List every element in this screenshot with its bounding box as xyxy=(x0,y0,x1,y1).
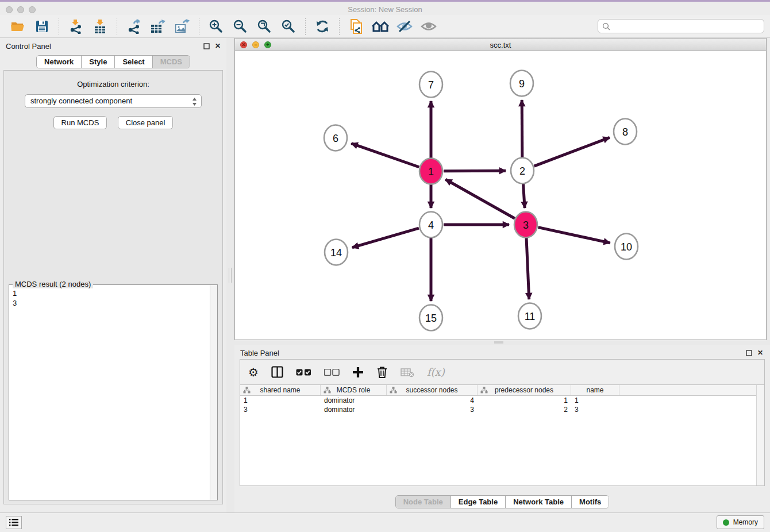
network-window: ✕ − + scc.txt 7968124314101511 xyxy=(234,38,767,340)
edge-3-1[interactable] xyxy=(445,179,515,218)
show-details-icon[interactable] xyxy=(420,18,437,35)
edge-3-10[interactable] xyxy=(538,228,610,243)
column-header-shared-name[interactable]: shared name xyxy=(240,385,321,395)
edge-1-2[interactable] xyxy=(444,171,506,171)
zoom-in-icon[interactable] xyxy=(207,18,225,35)
node-11[interactable]: 11 xyxy=(518,303,541,329)
node-14[interactable]: 14 xyxy=(325,240,348,265)
tab-motifs[interactable]: Motifs xyxy=(571,496,609,508)
node-4[interactable]: 4 xyxy=(419,212,442,238)
node-1[interactable]: 1 xyxy=(419,159,442,184)
edge-2-8[interactable] xyxy=(534,137,610,166)
edge-2-3[interactable] xyxy=(523,183,525,208)
float-table-panel-icon[interactable] xyxy=(745,349,753,357)
zoom-selected-icon[interactable] xyxy=(280,18,297,35)
table-scrollbar[interactable] xyxy=(756,385,764,485)
open-session-icon[interactable] xyxy=(9,18,26,35)
create-column-icon[interactable] xyxy=(352,367,364,378)
mcds-result-text[interactable]: 13 xyxy=(9,286,209,500)
edge-1-6[interactable] xyxy=(351,144,419,167)
svg-text:9: 9 xyxy=(519,78,525,90)
table-cell[interactable]: 3 xyxy=(571,406,619,414)
column-header-MCDS-role[interactable]: MCDS role xyxy=(321,385,387,395)
delete-column-trash-icon[interactable] xyxy=(376,366,388,379)
column-header-predecessor-nodes[interactable]: predecessor nodes xyxy=(478,385,571,395)
save-session-icon[interactable] xyxy=(33,18,51,35)
mcds-result-scrollbar[interactable] xyxy=(210,285,217,500)
run-mcds-button[interactable]: Run MCDS xyxy=(53,116,107,129)
vertical-splitter[interactable] xyxy=(226,38,234,512)
node-10[interactable]: 10 xyxy=(615,234,638,260)
column-header-successor-nodes[interactable]: successor nodes xyxy=(387,385,478,395)
edge-4-14[interactable] xyxy=(352,228,419,248)
network-window-title: scc.txt xyxy=(235,41,766,49)
window-title: Session: New Session xyxy=(0,5,770,14)
export-image-icon[interactable] xyxy=(174,18,191,35)
table-row[interactable]: 1dominator411 xyxy=(240,396,764,405)
tab-network[interactable]: Network xyxy=(37,56,81,68)
home-view-icon[interactable] xyxy=(372,18,389,35)
tab-edge-table[interactable]: Edge Table xyxy=(451,496,505,508)
table-cell[interactable]: 3 xyxy=(240,406,321,414)
toolbar-separator xyxy=(117,18,117,35)
table-cell[interactable]: dominator xyxy=(321,406,387,414)
export-network-icon[interactable] xyxy=(125,18,143,35)
toolbar-separator xyxy=(59,18,59,35)
horizontal-splitter[interactable] xyxy=(234,340,770,345)
table-row[interactable]: 3dominator323 xyxy=(240,405,764,414)
tab-network-table[interactable]: Network Table xyxy=(505,496,571,508)
node-6[interactable]: 6 xyxy=(324,125,347,151)
edge-2-9[interactable] xyxy=(522,100,522,158)
node-2[interactable]: 2 xyxy=(511,158,534,184)
table-cell[interactable]: 4 xyxy=(387,396,478,404)
import-table-icon[interactable] xyxy=(91,18,109,35)
close-table-panel-icon[interactable]: ✕ xyxy=(756,349,764,357)
svg-text:14: 14 xyxy=(330,247,342,259)
table-cell[interactable]: 2 xyxy=(478,406,571,414)
search-input[interactable] xyxy=(613,22,764,30)
table-panel-title: Table Panel xyxy=(240,349,279,357)
zoom-out-icon[interactable] xyxy=(232,18,249,35)
search-field[interactable] xyxy=(598,19,764,33)
network-window-titlebar[interactable]: ✕ − + scc.txt xyxy=(235,38,766,51)
node-7[interactable]: 7 xyxy=(419,72,442,98)
node-8[interactable]: 8 xyxy=(614,119,637,145)
task-history-button[interactable] xyxy=(6,516,22,529)
node-9[interactable]: 9 xyxy=(510,71,533,97)
network-canvas[interactable]: 7968124314101511 xyxy=(235,51,766,340)
close-panel-icon[interactable]: ✕ xyxy=(214,42,222,50)
memory-button[interactable]: Memory xyxy=(717,515,764,529)
table-cell[interactable]: 1 xyxy=(240,396,321,404)
node-3[interactable]: 3 xyxy=(514,212,537,238)
criterion-select[interactable]: strongly connected component xyxy=(25,94,202,108)
table-settings-gear-icon[interactable]: ⚙ xyxy=(248,367,259,378)
export-table-icon[interactable] xyxy=(149,18,167,35)
edge-3-11[interactable] xyxy=(526,237,529,299)
copy-style-icon[interactable] xyxy=(348,18,365,35)
svg-text:4: 4 xyxy=(428,219,434,231)
tab-style[interactable]: Style xyxy=(81,56,114,68)
select-all-columns-icon[interactable] xyxy=(296,369,311,376)
import-network-icon[interactable] xyxy=(67,18,84,35)
tab-node-table[interactable]: Node Table xyxy=(396,496,451,508)
table-toolbar: ⚙ f(x) xyxy=(240,360,764,385)
unselect-all-columns-icon[interactable] xyxy=(324,369,340,376)
mcds-result-line: 3 xyxy=(13,298,206,308)
column-header-name[interactable]: name xyxy=(571,385,619,395)
tab-select[interactable]: Select xyxy=(114,56,152,68)
toolbar-separator xyxy=(339,18,340,35)
table-cell[interactable]: 1 xyxy=(571,396,619,404)
table-cell[interactable]: dominator xyxy=(321,396,387,404)
node-15[interactable]: 15 xyxy=(419,305,442,331)
status-bar: Memory xyxy=(0,512,770,532)
mcds-panel: Optimization criterion: strongly connect… xyxy=(3,70,223,504)
table-cell[interactable]: 3 xyxy=(387,406,478,414)
tab-mcds[interactable]: MCDS xyxy=(152,56,190,68)
zoom-fit-icon[interactable] xyxy=(256,18,273,35)
hide-details-icon[interactable] xyxy=(396,18,413,35)
table-cell[interactable]: 1 xyxy=(478,396,571,404)
close-panel-button[interactable]: Close panel xyxy=(118,116,174,129)
show-columns-icon[interactable] xyxy=(271,366,283,378)
float-panel-icon[interactable] xyxy=(202,42,210,50)
refresh-icon[interactable] xyxy=(314,18,331,35)
